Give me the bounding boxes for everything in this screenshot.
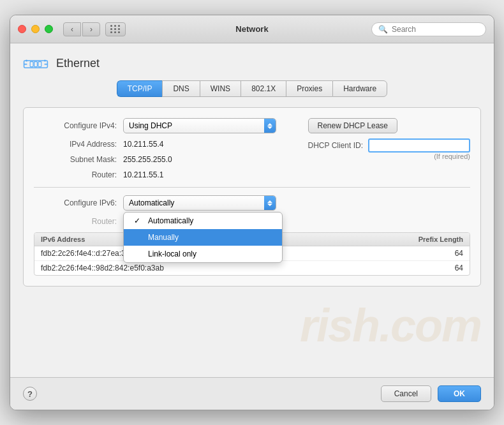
search-box[interactable]: 🔍	[371, 22, 486, 36]
subnet-mask-value: 255.255.255.0	[123, 155, 172, 164]
cancel-button[interactable]: Cancel	[381, 385, 431, 402]
right-side: Renew DHCP Lease DHCP Client ID: (If req…	[308, 118, 470, 160]
section-title: Ethernet	[56, 57, 100, 70]
router-label: Router:	[34, 170, 117, 179]
table-row: fdb2:2c26:f4e4::98d2:842:e5f0:a3ab 64	[34, 261, 470, 275]
window-title: Network	[235, 24, 268, 34]
content-area: rish.com Ethernet TCP/IP DNS WINS 802.1X…	[10, 43, 494, 377]
prefix-1: 64	[399, 249, 463, 258]
renew-dhcp-button[interactable]: Renew DHCP Lease	[308, 118, 398, 133]
minimize-button[interactable]	[31, 25, 40, 33]
configure-ipv6-row: Configure IPv6: Automatically ✓ Automa	[34, 195, 470, 211]
checkmark-icon: ✓	[134, 216, 143, 225]
grid-icon	[110, 25, 121, 33]
watermark: rish.com	[300, 299, 481, 352]
col-prefix-length: Prefix Length	[399, 235, 463, 243]
search-input[interactable]	[392, 25, 481, 34]
svg-rect-3	[30, 62, 33, 67]
arrow-down-icon	[267, 126, 272, 129]
ethernet-icon	[23, 54, 48, 73]
configure-ipv6-label: Configure IPv6:	[34, 198, 117, 207]
dropdown-item-link-local[interactable]: Link-local only	[124, 246, 282, 262]
close-button[interactable]	[18, 25, 26, 33]
svg-rect-4	[34, 62, 38, 67]
titlebar: ‹ › Network 🔍	[10, 15, 494, 43]
dropdown-item-link-local-label: Link-local only	[148, 250, 196, 258]
svg-point-7	[44, 59, 46, 61]
configure-ipv6-dropdown-container: Automatically ✓ Automatically	[123, 195, 276, 211]
bottom-buttons: Cancel OK	[381, 385, 481, 402]
router-ipv6-label: Router:	[34, 217, 117, 226]
ipv4-address-value: 10.211.55.4	[123, 140, 163, 149]
dhcp-client-id-label: DHCP Client ID:	[308, 141, 363, 150]
tab-tcpip[interactable]: TCP/IP	[117, 80, 163, 97]
configure-ipv6-select[interactable]: Automatically	[123, 195, 276, 211]
network-window: ‹ › Network 🔍 rish.com	[10, 15, 494, 410]
grid-button[interactable]	[105, 22, 126, 36]
select-arrows-ipv6-icon	[264, 196, 276, 210]
separator	[34, 187, 470, 188]
maximize-button[interactable]	[45, 25, 53, 33]
tab-bar: TCP/IP DNS WINS 802.1X Proxies Hardware	[23, 80, 481, 97]
dropdown-item-manually[interactable]: Manually	[124, 229, 282, 246]
ipv6-addr-2: fdb2:2c26:f4e4::98d2:842:e5f0:a3ab	[41, 264, 399, 272]
help-button[interactable]: ?	[23, 387, 37, 401]
select-arrows-icon	[264, 119, 276, 133]
bottom-bar: ? Cancel OK	[10, 377, 494, 410]
dropdown-item-automatically[interactable]: ✓ Automatically	[124, 212, 282, 229]
dropdown-item-automatically-label: Automatically	[148, 216, 193, 225]
configure-ipv4-value: Using DHCP	[129, 121, 172, 130]
tab-8021x[interactable]: 802.1X	[241, 80, 286, 97]
subnet-mask-label: Subnet Mask:	[34, 155, 117, 164]
svg-point-6	[26, 59, 27, 61]
dropdown-item-manually-label: Manually	[148, 233, 179, 242]
arrow-up-ipv6-icon	[267, 200, 272, 203]
tab-proxies[interactable]: Proxies	[286, 80, 332, 97]
svg-rect-5	[38, 62, 41, 67]
dhcp-client-id-input[interactable]	[368, 138, 470, 153]
search-icon: 🔍	[378, 25, 388, 34]
arrow-up-icon	[267, 123, 272, 126]
configure-ipv4-select[interactable]: Using DHCP	[123, 118, 276, 133]
tab-hardware[interactable]: Hardware	[332, 80, 387, 97]
router-row: Router: 10.211.55.1	[34, 170, 470, 179]
back-button[interactable]: ‹	[63, 22, 81, 36]
main-panel: Renew DHCP Lease DHCP Client ID: (If req…	[23, 107, 481, 287]
nav-buttons: ‹ ›	[63, 22, 100, 36]
dhcp-client-row: DHCP Client ID:	[308, 138, 470, 153]
section-header: Ethernet	[23, 54, 481, 73]
dropdown-menu: ✓ Automatically Manually Link-local only	[123, 212, 283, 263]
traffic-lights	[18, 25, 53, 33]
configure-ipv4-label: Configure IPv4:	[34, 121, 117, 130]
ipv4-address-label: IPv4 Address:	[34, 140, 117, 149]
ok-button[interactable]: OK	[438, 385, 481, 402]
if-required-label: (If required)	[308, 153, 470, 160]
router-value: 10.211.55.1	[123, 170, 163, 179]
configure-ipv6-value: Automatically	[129, 198, 174, 207]
prefix-2: 64	[399, 264, 463, 272]
tab-dns[interactable]: DNS	[162, 80, 199, 97]
tab-wins[interactable]: WINS	[200, 80, 241, 97]
forward-button[interactable]: ›	[82, 22, 100, 36]
arrow-down-ipv6-icon	[267, 204, 272, 206]
